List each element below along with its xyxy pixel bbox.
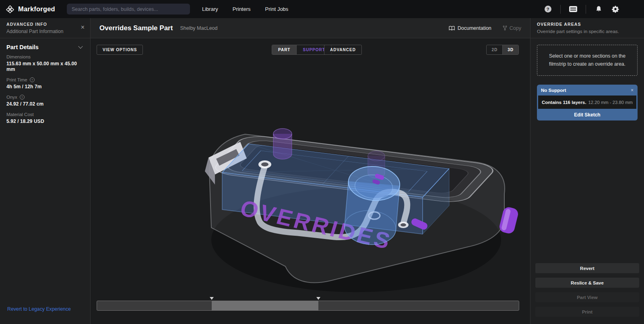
filmstrip-selected-range[interactable]: [212, 301, 318, 310]
top-nav: Library Printers Print Jobs: [202, 6, 288, 12]
part-details-title: Part Details: [6, 44, 39, 50]
print-button: Print: [535, 307, 639, 317]
main-area: Overrides Sample Part Shelby MacLeod Doc…: [91, 18, 530, 324]
panel-title: OVERRIDE AREAS: [537, 22, 638, 27]
layers-range: 12.20 mm - 23.80 mm: [588, 100, 633, 105]
help-icon[interactable]: ?: [543, 5, 552, 14]
model-viewport[interactable]: VIEW OPTIONS PART SUPPORT ADVANCED 2D 3D: [91, 38, 530, 324]
panel-title: ADVANCED INFO: [6, 22, 84, 27]
search-input[interactable]: [67, 4, 190, 15]
markforged-logo-icon: [6, 5, 14, 14]
printer-status-icon[interactable]: [569, 5, 578, 14]
notifications-bell-icon[interactable]: [594, 5, 603, 14]
override-areas-header: OVERRIDE AREAS Override part settings in…: [530, 18, 644, 38]
panel-actions: Revert Reslice & Save Part View Print: [535, 259, 639, 317]
filmstrip-track[interactable]: [97, 301, 519, 311]
part-view-button: Part View: [535, 292, 639, 302]
override-areas-panel: OVERRIDE AREAS Override part settings in…: [530, 18, 644, 324]
override-cylinder[interactable]: [343, 164, 401, 247]
filmstrip-marker-start[interactable]: [210, 297, 214, 300]
mode-3d-button[interactable]: 3D: [502, 45, 518, 54]
support-cylinder-front: [273, 129, 292, 159]
settings-gear-icon[interactable]: [611, 5, 620, 14]
question-icon[interactable]: ?: [20, 95, 25, 100]
filmstrip-hint: Select one or more sections on the films…: [537, 45, 638, 76]
brand[interactable]: Markforged: [0, 5, 64, 14]
fork-icon: [503, 25, 507, 31]
nav-print-jobs[interactable]: Print Jobs: [265, 6, 289, 12]
override-card-no-support: No Support × Contains 116 layers. 12.20 …: [537, 85, 638, 120]
topbar-icons: ?: [543, 5, 644, 14]
view-options-button[interactable]: VIEW OPTIONS: [97, 45, 143, 55]
model-canvas[interactable]: OVERRIDES: [91, 38, 530, 324]
panel-subtitle: Override part settings in specific areas…: [537, 29, 638, 34]
brand-name: Markforged: [18, 5, 55, 13]
divider: [560, 5, 561, 14]
panel-subtitle: Additional Part Information: [6, 29, 84, 34]
edit-sketch-button[interactable]: Edit Sketch: [537, 109, 638, 120]
advanced-info-header: ADVANCED INFO Additional Part Informatio…: [0, 18, 90, 38]
part-owner: Shelby MacLeod: [180, 25, 217, 31]
view-mode-toggle: 2D 3D: [486, 45, 519, 55]
override-card-header[interactable]: No Support ×: [537, 85, 638, 96]
field-onyx: Onyx? 24.92 / 77.02 cm: [0, 95, 90, 107]
chevron-down-icon[interactable]: [78, 44, 83, 48]
divider: [586, 5, 586, 14]
nav-library[interactable]: Library: [202, 6, 218, 12]
part-header: Overrides Sample Part Shelby MacLeod Doc…: [91, 18, 530, 38]
part-details-header[interactable]: Part Details: [0, 38, 90, 54]
reslice-save-button[interactable]: Reslice & Save: [535, 278, 639, 288]
nav-printers[interactable]: Printers: [233, 6, 251, 12]
documentation-link[interactable]: Documentation: [449, 25, 491, 31]
field-material-cost: Material Cost 5.92 / 18.29 USD: [0, 112, 90, 124]
override-card-body: Contains 116 layers. 12.20 mm - 23.80 mm: [538, 96, 636, 109]
question-icon[interactable]: ?: [30, 77, 35, 82]
advanced-button[interactable]: ADVANCED: [324, 45, 362, 55]
tab-part[interactable]: PART: [272, 45, 296, 54]
topbar: Markforged Library Printers Print Jobs ?: [0, 0, 644, 18]
override-card-title: No Support: [541, 88, 566, 93]
advanced-info-panel: ADVANCED INFO Additional Part Informatio…: [0, 18, 91, 324]
book-icon: [449, 26, 455, 31]
revert-legacy-link[interactable]: Revert to Legacy Experience: [7, 306, 71, 312]
layers-count: Contains 116 layers.: [542, 100, 586, 105]
revert-button[interactable]: Revert: [535, 263, 639, 273]
close-icon[interactable]: ×: [631, 88, 634, 93]
menu-icon[interactable]: [628, 6, 635, 12]
filmstrip-marker-end[interactable]: [316, 297, 320, 300]
page-title: Overrides Sample Part: [99, 24, 173, 32]
field-dimensions: Dimensions 115.63 mm x 50.00 mm x 45.00 …: [0, 54, 90, 72]
field-print-time: Print Time? 4h 5m / 12h 7m: [0, 77, 90, 89]
part-support-toggle: PART SUPPORT: [272, 45, 332, 55]
close-icon[interactable]: ×: [81, 24, 85, 31]
search: [67, 4, 190, 15]
mode-2d-button[interactable]: 2D: [487, 45, 502, 54]
copy-button[interactable]: Copy: [503, 25, 521, 31]
